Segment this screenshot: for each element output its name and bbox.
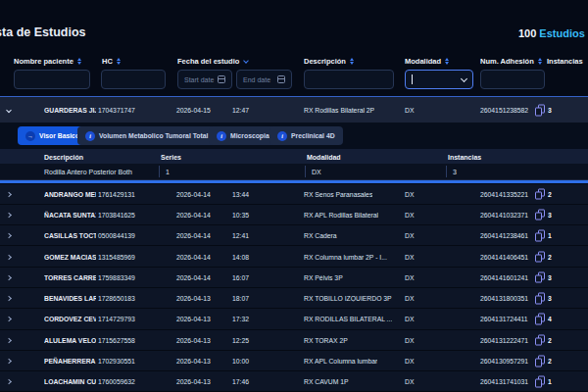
hc-number: 1715627558 [98,336,135,343]
accession-number: 2604130957291 [480,358,528,365]
collapse-chevron-icon[interactable] [7,107,11,114]
table-row[interactable]: CORDOVEZ CEVALL... 1714729793 2026-04-13… [0,309,588,329]
copy-icon[interactable] [535,230,544,241]
hc-number: 1761429131 [98,190,135,197]
expand-chevron-icon[interactable] [7,378,11,385]
column-header-description[interactable]: Descripción [304,57,354,66]
patient-name: PEÑAHERRERA MAR... [44,358,96,365]
accession-number: 2604141601241 [480,273,528,280]
sort-icon[interactable] [117,58,121,66]
copy-icon[interactable] [535,293,544,304]
table-row[interactable]: ANDRANGO MERIZA... 1761429131 2026-04-14… [0,184,588,205]
hc-number: 1703841625 [98,211,135,218]
patient-name: ALULEMA VELOZ J... [44,336,96,343]
instance-count: 1 [548,378,552,385]
series-col-instances: Instancias [448,153,481,160]
calendar-icon[interactable] [277,75,285,83]
table-row[interactable]: CASILLAS TOCTE J... 0500844139 2026-04-1… [0,225,588,246]
modality: DX [405,211,414,218]
copy-icon[interactable] [535,209,544,220]
expand-chevron-icon[interactable] [7,273,11,280]
copy-icon[interactable] [535,188,544,199]
copy-icon[interactable] [535,334,544,345]
expand-chevron-icon[interactable] [7,190,11,197]
sort-icon[interactable] [77,58,81,66]
modality: DX [405,358,414,365]
instance-count: 2 [548,336,552,343]
series-table-row[interactable]: Rodilla Antero Posterior Both 1 DX 3 [0,164,588,180]
modality: DX [405,336,414,343]
microscopia-button[interactable]: i Microscopia [209,126,277,145]
study-date: 2026-04-13 [176,295,211,302]
column-header-hc[interactable]: HC [102,57,121,66]
table-row[interactable]: PEÑAHERRERA MAR... 1702930551 2026-04-13… [0,351,588,371]
column-header-patient-name[interactable]: Nombre paciente [14,57,81,66]
table-row[interactable]: TORRES CARRERA A... 1759883349 2026-04-1… [0,268,588,288]
end-date-input[interactable]: End date [236,70,292,89]
study-description: RX APL Columna lumbar [304,358,377,365]
sort-icon[interactable] [445,58,449,66]
column-header-instances: Instancias [547,57,583,66]
hc-number: 1315485969 [98,253,135,260]
column-header-accession[interactable]: Num. Adhesión [480,57,542,66]
study-time: 17:46 [232,378,249,385]
accession-number: 2604141032371 [480,211,528,218]
arrow-right-icon: → [25,131,35,141]
hc-number: 1714729793 [98,316,135,322]
table-row[interactable]: ÑACATA SUNTAXI L... 1703841625 2026-04-1… [0,205,588,225]
expand-chevron-icon[interactable] [7,253,11,260]
study-description: RX Cadera [304,232,337,239]
expand-chevron-icon[interactable] [7,358,11,365]
table-row[interactable]: LOACHAMIN CUICH... 1760059632 2026-04-13… [0,371,588,392]
copy-icon[interactable] [535,105,544,116]
modality: DX [405,190,414,197]
description-filter-input[interactable] [304,70,394,89]
study-date: 2026-04-14 [176,273,211,280]
table-row[interactable]: BENAVIDES LARCO ... 1728650183 2026-04-1… [0,288,588,309]
study-description: RX Senos Paranasales [304,190,372,197]
calendar-icon[interactable] [218,75,225,83]
expand-chevron-icon[interactable] [7,232,11,239]
instance-count: 3 [548,107,552,114]
copy-icon[interactable] [535,376,544,387]
study-date: 2026-04-13 [176,358,211,365]
sort-desc-icon[interactable] [244,58,250,64]
study-time: 12:41 [232,232,249,239]
expand-chevron-icon[interactable] [7,336,11,343]
study-rows: ANDRANGO MERIZA... 1761429131 2026-04-14… [0,184,588,392]
instance-count: 4 [548,316,552,322]
column-header-modality[interactable]: Modalidad [405,57,449,66]
patient-name-filter-input[interactable] [14,70,90,89]
start-date-input[interactable]: Start date [177,70,232,89]
study-time: 12:25 [232,336,249,343]
selected-study-row[interactable]: GUARDERAS JIJON ... 1704371747 2026-04-1… [0,96,588,122]
study-count: 100Estudios [518,27,585,39]
expand-chevron-icon[interactable] [7,316,11,322]
accession-number: 2604151238582 [480,107,528,114]
modality: DX [405,232,414,239]
modality-filter-select[interactable] [405,70,473,89]
study-description: RX APL Rodillas Bilateral [304,211,378,218]
copy-icon[interactable] [535,251,544,262]
volumen-metabolico-button[interactable]: i Volumen Metabolico Tumoral Total [77,126,216,145]
copy-icon[interactable] [535,356,544,367]
sort-icon[interactable] [350,58,354,66]
chevron-down-icon[interactable] [461,74,467,81]
study-date: 2026-04-15 [176,107,211,114]
accession-filter-input[interactable] [480,70,545,89]
study-count-label[interactable]: Estudios [539,27,584,39]
table-row[interactable]: ALULEMA VELOZ J... 1715627558 2026-04-13… [0,330,588,351]
expand-chevron-icon[interactable] [7,295,11,302]
preclinical-4d-button[interactable]: i Preclinical 4D [270,126,343,145]
sort-icon[interactable] [538,58,542,66]
series-number: 1 [159,166,170,177]
hc-filter-input[interactable] [101,70,166,89]
copy-icon[interactable] [535,314,544,324]
table-row[interactable]: GOMEZ MACIAS EM... 1315485969 2026-04-14… [0,246,588,267]
study-description: RX TORAX 2P [304,336,348,343]
column-header-study-date[interactable]: Fecha del estudio [177,57,248,66]
copy-icon[interactable] [535,271,544,282]
series-col-modality: Modalidad [307,153,341,160]
study-date: 2026-04-13 [176,316,211,322]
expand-chevron-icon[interactable] [7,211,11,218]
